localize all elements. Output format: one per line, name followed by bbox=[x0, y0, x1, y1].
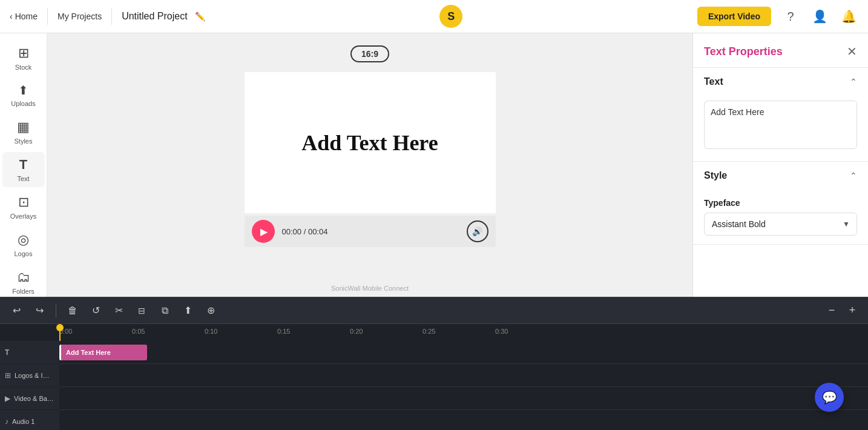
timeline-ruler: 0:00 0:05 0:10 0:15 0:20 0:25 0:30 bbox=[0, 324, 868, 341]
style-section-chevron: ⌃ bbox=[850, 171, 857, 180]
home-label: Home bbox=[15, 12, 38, 21]
uploads-icon: ⬆ bbox=[18, 83, 28, 98]
timeline-zoom-controls: − + bbox=[823, 302, 861, 319]
time-display: 00:00 / 00:04 bbox=[282, 227, 459, 236]
chat-bubble-icon: 💬 bbox=[822, 390, 837, 405]
typeface-select[interactable]: Assistant Bold bbox=[704, 213, 857, 236]
align-up-button[interactable]: ⬆ bbox=[179, 302, 197, 320]
split-button[interactable]: ⊟ bbox=[133, 302, 151, 320]
right-panel: Text Properties ✕ Text ⌃ Add Text Here S… bbox=[692, 33, 868, 297]
timeline-tracks: T Add Text Here ⊞ Logos & Image Overlays… bbox=[0, 341, 868, 430]
topbar-left: ‹ Home My Projects Untitled Project ✏️ bbox=[10, 8, 205, 25]
canvas-preview-text: Add Text Here bbox=[301, 130, 438, 156]
ruler-mark-2: 0:10 bbox=[205, 328, 217, 335]
audio1-track-label: ♪ Audio 1 bbox=[0, 410, 59, 430]
back-arrow-icon: ‹ bbox=[10, 12, 13, 21]
typeface-label: Typeface bbox=[704, 198, 857, 208]
text-icon: T bbox=[19, 157, 27, 173]
sidebar-label-logos: Logos bbox=[15, 250, 33, 257]
delete-button[interactable]: 🗑 bbox=[64, 302, 82, 320]
notifications-button[interactable]: 🔔 bbox=[839, 7, 858, 26]
text-track-row: T Add Text Here bbox=[59, 341, 868, 364]
text-section-content: Add Text Here bbox=[693, 96, 868, 161]
video-track-label: ▶ Video & Background Images bbox=[0, 387, 59, 409]
redo-button[interactable]: ↪ bbox=[30, 302, 48, 320]
back-button[interactable]: ‹ Home bbox=[10, 12, 38, 21]
stock-icon: ⊞ bbox=[18, 45, 29, 61]
watermark: SonicWall Mobile Connect bbox=[331, 285, 409, 292]
logos-track-label: ⊞ Logos & Image Overlays bbox=[0, 364, 59, 386]
sidebar-item-text[interactable]: T Text bbox=[2, 152, 45, 187]
chat-bubble-button[interactable]: 💬 bbox=[815, 383, 844, 412]
app-logo: S bbox=[439, 5, 462, 28]
toolbar-divider-1 bbox=[56, 303, 56, 318]
sidebar-item-stock[interactable]: ⊞ Stock bbox=[2, 41, 45, 76]
topbar-center: S bbox=[212, 5, 690, 28]
export-video-button[interactable]: Export Video bbox=[697, 7, 771, 26]
close-panel-button[interactable]: ✕ bbox=[847, 44, 857, 59]
project-name: Untitled Project bbox=[122, 11, 188, 22]
sidebar: ⊞ Stock ⬆ Uploads ▦ Styles T Text ⊡ Over… bbox=[0, 33, 47, 297]
sidebar-label-uploads: Uploads bbox=[11, 100, 35, 107]
logos-track-icon: ⊞ bbox=[5, 371, 11, 380]
text-clip[interactable]: Add Text Here bbox=[59, 345, 147, 360]
time-total: 00:04 bbox=[308, 227, 328, 236]
sidebar-label-overlays: Overlays bbox=[10, 213, 36, 220]
ruler-mark-6: 0:30 bbox=[495, 328, 508, 335]
text-section: Text ⌃ Add Text Here bbox=[693, 68, 868, 162]
account-button[interactable]: 👤 bbox=[810, 7, 829, 26]
audio1-track-row: ♪ Audio 1 bbox=[59, 410, 868, 430]
play-button[interactable]: ▶ bbox=[252, 220, 275, 243]
copy-button[interactable]: ⧉ bbox=[156, 302, 174, 320]
topbar: ‹ Home My Projects Untitled Project ✏️ S… bbox=[0, 0, 868, 33]
typeface-select-wrapper: Assistant Bold ▼ bbox=[704, 213, 857, 236]
audio1-track-icon: ♪ bbox=[5, 417, 8, 426]
time-current: 00:00 bbox=[282, 227, 302, 236]
playhead[interactable] bbox=[59, 324, 61, 341]
sidebar-item-logos[interactable]: ◎ Logos bbox=[2, 227, 45, 262]
cut-button[interactable]: ✂ bbox=[110, 302, 128, 320]
main-layout: ⊞ Stock ⬆ Uploads ▦ Styles T Text ⊡ Over… bbox=[0, 33, 868, 297]
sidebar-label-stock: Stock bbox=[15, 64, 32, 71]
edit-project-icon[interactable]: ✏️ bbox=[195, 12, 205, 21]
topbar-divider2 bbox=[111, 8, 112, 25]
help-button[interactable]: ? bbox=[781, 7, 800, 26]
canvas-preview: Add Text Here bbox=[245, 72, 496, 213]
topbar-divider bbox=[47, 8, 48, 25]
timeline-toolbar: ↩ ↪ 🗑 ↺ ✂ ⊟ ⧉ ⬆ ⊕ − + bbox=[0, 297, 868, 324]
video-track-text: Video & Background Images bbox=[14, 395, 54, 402]
text-section-header[interactable]: Text ⌃ bbox=[693, 68, 868, 96]
style-section-header[interactable]: Style ⌃ bbox=[693, 162, 868, 190]
ruler-mark-4: 0:20 bbox=[350, 328, 363, 335]
volume-button[interactable]: 🔊 bbox=[467, 220, 488, 242]
styles-icon: ▦ bbox=[17, 119, 30, 135]
play-icon: ▶ bbox=[260, 226, 268, 237]
timeline: ↩ ↪ 🗑 ↺ ✂ ⊟ ⧉ ⬆ ⊕ − + 0:00 0:05 0:10 0:1… bbox=[0, 297, 868, 430]
panel-header: Text Properties ✕ bbox=[693, 33, 868, 68]
aspect-ratio-badge[interactable]: 16:9 bbox=[350, 45, 389, 62]
loop-button[interactable]: ↺ bbox=[87, 302, 105, 320]
undo-button[interactable]: ↩ bbox=[7, 302, 25, 320]
style-section: Style ⌃ Typeface Assistant Bold ▼ bbox=[693, 162, 868, 245]
player-bar: ▶ 00:00 / 00:04 🔊 bbox=[245, 216, 496, 247]
zoom-out-button[interactable]: − bbox=[823, 302, 840, 319]
folders-icon: 🗂 bbox=[17, 270, 30, 285]
video-track-icon: ▶ bbox=[5, 394, 10, 403]
zoom-in-button[interactable]: + bbox=[844, 302, 861, 319]
text-section-chevron: ⌃ bbox=[850, 77, 857, 87]
align-center-button[interactable]: ⊕ bbox=[202, 302, 220, 320]
topbar-right: Export Video ? 👤 🔔 bbox=[697, 7, 858, 26]
sidebar-label-styles: Styles bbox=[15, 137, 33, 145]
sidebar-item-styles[interactable]: ▦ Styles bbox=[2, 114, 45, 150]
ruler-mark-5: 0:25 bbox=[422, 328, 435, 335]
my-projects-label[interactable]: My Projects bbox=[58, 12, 102, 21]
text-input[interactable]: Add Text Here bbox=[704, 101, 857, 149]
sidebar-item-uploads[interactable]: ⬆ Uploads bbox=[2, 78, 45, 112]
ruler-mark-3: 0:15 bbox=[277, 328, 290, 335]
volume-icon: 🔊 bbox=[472, 227, 482, 236]
sidebar-item-overlays[interactable]: ⊡ Overlays bbox=[2, 190, 45, 225]
text-clip-label: Add Text Here bbox=[66, 349, 111, 356]
logos-icon: ◎ bbox=[18, 232, 29, 248]
sidebar-item-folders[interactable]: 🗂 Folders bbox=[2, 265, 45, 297]
time-separator: / bbox=[304, 227, 308, 236]
